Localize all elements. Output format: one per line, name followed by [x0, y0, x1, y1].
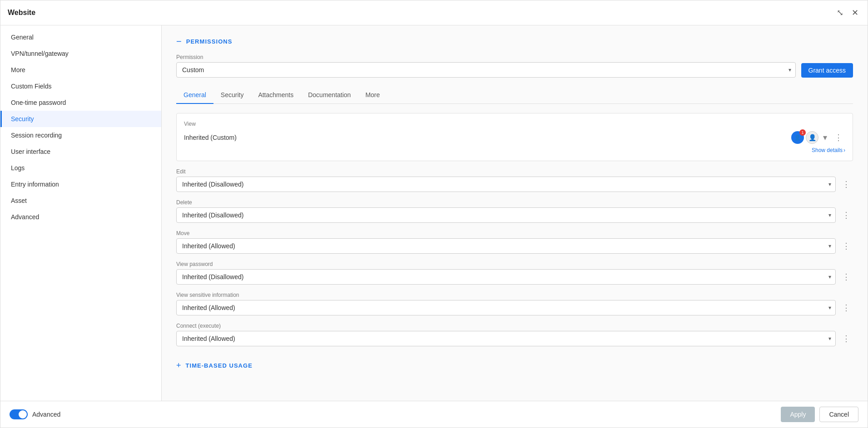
- perm-row-edit: Inherited (Disallowed)▾⋮: [176, 177, 853, 192]
- perm-label-delete: Delete: [176, 199, 853, 206]
- sidebar-item-session-recording[interactable]: Session recording: [0, 127, 161, 143]
- sidebar: GeneralVPN/tunnel/gatewayMoreCustom Fiel…: [0, 25, 162, 401]
- advanced-toggle[interactable]: [10, 409, 28, 419]
- perm-more-btn-edit[interactable]: ⋮: [839, 177, 853, 191]
- sidebar-item-user-interface[interactable]: User interface: [0, 143, 161, 160]
- perm-row-view-password: Inherited (Disallowed)▾⋮: [176, 269, 853, 285]
- perm-field-view-password: View passwordInherited (Disallowed)▾⋮: [176, 261, 853, 285]
- permission-fields: EditInherited (Disallowed)▾⋮DeleteInheri…: [176, 168, 853, 346]
- perm-select-connect[interactable]: Inherited (Allowed): [176, 331, 836, 346]
- tab-security[interactable]: Security: [213, 87, 251, 104]
- minimize-button[interactable]: ⤡: [835, 6, 845, 20]
- main-window: Website ⤡ ✕ GeneralVPN/tunnel/gatewayMor…: [0, 0, 868, 428]
- perm-more-btn-delete[interactable]: ⋮: [839, 208, 853, 222]
- close-button[interactable]: ✕: [850, 6, 860, 20]
- view-section: View Inherited (Custom) 👤 1 👤 ▾ ⋮: [176, 113, 853, 161]
- sidebar-item-security[interactable]: Security: [0, 111, 161, 127]
- advanced-toggle-label: Advanced: [32, 411, 60, 418]
- sidebar-item-general[interactable]: General: [0, 29, 161, 45]
- perm-label-edit: Edit: [176, 168, 853, 175]
- view-value: Inherited (Custom): [184, 134, 788, 141]
- perm-row-view-sensitive: Inherited (Allowed)▾⋮: [176, 300, 853, 315]
- sidebar-item-one-time-password[interactable]: One-time password: [0, 94, 161, 111]
- perm-row-connect: Inherited (Allowed)▾⋮: [176, 331, 853, 346]
- perm-select-edit[interactable]: Inherited (Disallowed): [176, 177, 836, 192]
- close-icon: ✕: [852, 8, 858, 17]
- apply-button[interactable]: Apply: [781, 407, 815, 422]
- permission-label: Permission: [176, 54, 796, 60]
- perm-field-edit: EditInherited (Disallowed)▾⋮: [176, 168, 853, 192]
- time-based-add-icon: +: [176, 361, 181, 370]
- sidebar-item-custom-fields[interactable]: Custom Fields: [0, 78, 161, 94]
- permissions-tabs: GeneralSecurityAttachmentsDocumentationM…: [176, 87, 853, 104]
- permissions-title: PERMISSIONS: [186, 38, 233, 45]
- perm-field-connect: Connect (execute)Inherited (Allowed)▾⋮: [176, 323, 853, 346]
- perm-label-view-sensitive: View sensitive information: [176, 292, 853, 298]
- tab-attachments[interactable]: Attachments: [251, 87, 301, 104]
- avatar-badge: 1: [799, 129, 806, 136]
- footer-right: Apply Cancel: [781, 407, 858, 422]
- footer-left: Advanced: [10, 409, 60, 419]
- title-bar-controls: ⤡ ✕: [835, 6, 860, 20]
- toggle-knob: [19, 410, 27, 418]
- permission-select-wrapper: Custom ▾: [176, 62, 796, 78]
- tab-general[interactable]: General: [176, 87, 213, 104]
- perm-more-btn-connect[interactable]: ⋮: [839, 332, 853, 345]
- sidebar-item-more[interactable]: More: [0, 62, 161, 78]
- grant-access-button[interactable]: Grant access: [801, 63, 853, 78]
- tab-documentation[interactable]: Documentation: [301, 87, 358, 104]
- view-chevron-down-button[interactable]: ▾: [820, 131, 830, 144]
- permissions-toggle-icon[interactable]: −: [176, 36, 182, 47]
- perm-more-btn-view-password[interactable]: ⋮: [839, 270, 853, 284]
- content-area: − PERMISSIONS Permission Custom ▾ Grant …: [162, 25, 868, 401]
- view-more-button[interactable]: ⋮: [832, 131, 845, 144]
- view-row: Inherited (Custom) 👤 1 👤 ▾ ⋮: [184, 131, 845, 144]
- show-details-link[interactable]: Show details ›: [184, 147, 845, 153]
- perm-select-view-sensitive[interactable]: Inherited (Allowed): [176, 300, 836, 315]
- permission-top-row: Permission Custom ▾ Grant access: [176, 54, 853, 78]
- avatar-1: 👤 1: [791, 131, 804, 144]
- view-label: View: [184, 121, 845, 127]
- sidebar-item-asset[interactable]: Asset: [0, 192, 161, 209]
- perm-select-view-password[interactable]: Inherited (Disallowed): [176, 269, 836, 285]
- perm-field-move: MoveInherited (Allowed)▾⋮: [176, 230, 853, 254]
- tab-more[interactable]: More: [358, 87, 387, 104]
- perm-select-move[interactable]: Inherited (Allowed): [176, 238, 836, 254]
- perm-select-delete[interactable]: Inherited (Disallowed): [176, 207, 836, 223]
- minimize-icon: ⤡: [837, 8, 843, 17]
- title-bar: Website ⤡ ✕: [0, 0, 868, 25]
- sidebar-item-entry-information[interactable]: Entry information: [0, 176, 161, 192]
- perm-field-delete: DeleteInherited (Disallowed)▾⋮: [176, 199, 853, 223]
- perm-more-btn-move[interactable]: ⋮: [839, 239, 853, 253]
- perm-row-delete: Inherited (Disallowed)▾⋮: [176, 207, 853, 223]
- sidebar-item-vpn[interactable]: VPN/tunnel/gateway: [0, 45, 161, 62]
- perm-label-move: Move: [176, 230, 853, 236]
- cancel-button[interactable]: Cancel: [819, 407, 858, 422]
- perm-label-connect: Connect (execute): [176, 323, 853, 329]
- perm-label-view-password: View password: [176, 261, 853, 267]
- perm-more-btn-view-sensitive[interactable]: ⋮: [839, 301, 853, 315]
- window-title: Website: [8, 9, 35, 17]
- sidebar-item-advanced[interactable]: Advanced: [0, 209, 161, 225]
- sidebar-item-logs[interactable]: Logs: [0, 160, 161, 176]
- permission-select[interactable]: Custom: [176, 62, 796, 78]
- avatar-group: 👤 1 👤 ▾ ⋮: [791, 131, 845, 144]
- footer: Advanced Apply Cancel: [0, 401, 868, 428]
- time-based-usage-section[interactable]: + TIME-BASED USAGE: [176, 354, 853, 378]
- perm-row-move: Inherited (Allowed)▾⋮: [176, 238, 853, 254]
- time-based-title: TIME-BASED USAGE: [186, 362, 253, 369]
- avatar-2: 👤: [806, 131, 818, 144]
- perm-field-view-sensitive: View sensitive informationInherited (All…: [176, 292, 853, 315]
- main-layout: GeneralVPN/tunnel/gatewayMoreCustom Fiel…: [0, 25, 868, 401]
- permissions-section-header: − PERMISSIONS: [176, 36, 853, 47]
- permission-field: Permission Custom ▾: [176, 54, 796, 78]
